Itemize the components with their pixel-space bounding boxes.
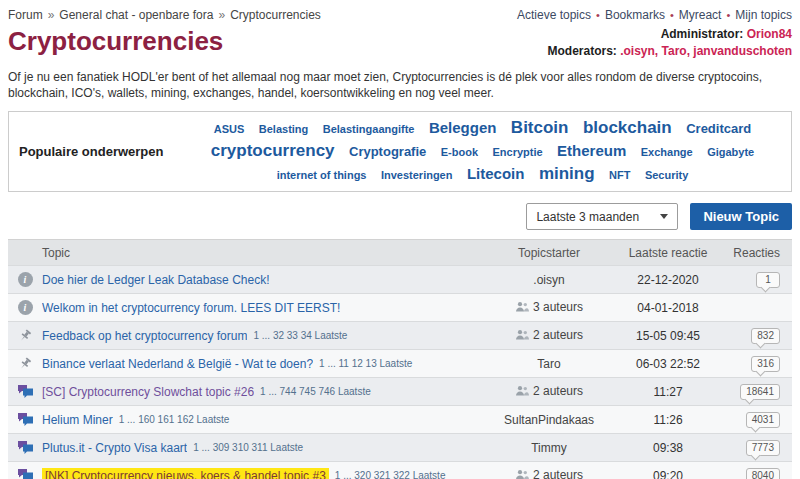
topic-link[interactable]: Feedback op het cryptocurrency forum bbox=[42, 329, 247, 343]
moderators-links[interactable]: .oisyn, Taro, janvanduschoten bbox=[620, 44, 792, 58]
top-bar: Forum»General chat - openbare fora»Crypt… bbox=[8, 8, 792, 22]
nav-separator: • bbox=[726, 9, 730, 21]
table-row: [NK] Cryptocurrency nieuws, koers & hand… bbox=[8, 461, 792, 479]
moderators-label: Moderators: bbox=[548, 44, 617, 58]
last-reply-time: 04-01-2018 bbox=[637, 301, 698, 315]
topic-link[interactable]: Doe hier de Ledger Leak Database Check! bbox=[42, 273, 269, 287]
topicstarter[interactable]: Timmy bbox=[531, 441, 567, 455]
last-reply-time: 22-12-2020 bbox=[637, 273, 698, 287]
topic-link[interactable]: Plutus.it - Crypto Visa kaart bbox=[42, 441, 187, 455]
nav-myreact[interactable]: Myreact bbox=[679, 8, 722, 22]
tag-cloud: ASUS Belasting Belastingaangifte Belegge… bbox=[184, 117, 781, 186]
tag-mining[interactable]: mining bbox=[539, 164, 595, 183]
topic-link-highlighted[interactable]: [NK] Cryptocurrency nieuws, koers & hand… bbox=[42, 468, 329, 479]
page-links[interactable]: 1 ... 160 161 162 Laatste bbox=[119, 414, 230, 425]
tag-creditcard[interactable]: Creditcard bbox=[686, 121, 751, 136]
chat-icon bbox=[17, 441, 33, 455]
topicstarter[interactable]: SultanPindakaas bbox=[504, 413, 594, 427]
breadcrumb-general-chat[interactable]: General chat - openbare fora bbox=[59, 8, 213, 22]
admin-block: Administrator: Orion84 Moderators: .oisy… bbox=[548, 26, 793, 60]
topicstarter[interactable]: 2 auteurs bbox=[515, 384, 583, 398]
last-reply-time: 06-03 22:52 bbox=[636, 357, 700, 371]
last-reply-time: 09:38 bbox=[653, 441, 683, 455]
tag-nft[interactable]: NFT bbox=[609, 169, 630, 181]
tag-investeringen[interactable]: Investeringen bbox=[381, 169, 453, 181]
tag-asus[interactable]: ASUS bbox=[214, 123, 245, 135]
tag-bitcoin[interactable]: Bitcoin bbox=[511, 118, 569, 137]
last-reply-time: 09:20 bbox=[653, 469, 683, 479]
authors-icon bbox=[515, 469, 529, 479]
header-topic: Topic bbox=[42, 246, 484, 260]
last-reply-time: 11:26 bbox=[653, 413, 682, 427]
breadcrumb-forum[interactable]: Forum bbox=[8, 8, 43, 22]
new-topic-button[interactable]: Nieuw Topic bbox=[690, 203, 792, 230]
table-row: Feedback op het cryptocurrency forum 1 .… bbox=[8, 321, 792, 349]
table-header: Topic Topicstarter Laatste reactie React… bbox=[8, 240, 792, 265]
info-icon bbox=[18, 300, 33, 315]
tag-exchange[interactable]: Exchange bbox=[641, 146, 693, 158]
forum-description: Of je nu een fanatiek HODL'er bent of he… bbox=[8, 69, 792, 101]
page-links[interactable]: 1 ... 11 12 13 Laatste bbox=[319, 358, 412, 369]
nav-actieve-topics[interactable]: Actieve topics bbox=[517, 8, 591, 22]
authors-icon bbox=[515, 385, 529, 397]
period-select-value: Laatste 3 maanden bbox=[536, 210, 639, 224]
page-links[interactable]: 1 ... 309 310 311 Laatste bbox=[193, 442, 303, 453]
last-reply-time: 15-05 09:45 bbox=[636, 329, 700, 343]
table-row: Welkom in het cryptocurrency forum. LEES… bbox=[8, 293, 792, 321]
page-title: Cryptocurrencies bbox=[8, 26, 223, 56]
page-links[interactable]: 1 ... 744 745 746 Laatste bbox=[260, 386, 371, 397]
page-links[interactable]: 1 ... 320 321 322 Laatste bbox=[335, 470, 446, 479]
authors-icon bbox=[515, 329, 529, 341]
last-reply-time: 11:27 bbox=[653, 385, 682, 399]
pin-icon bbox=[18, 329, 32, 343]
nav-mijn-topics[interactable]: Mijn topics bbox=[735, 8, 792, 22]
topicstarter[interactable]: 3 auteurs bbox=[515, 300, 583, 314]
tag-ebook[interactable]: E-book bbox=[441, 146, 478, 158]
topicstarter[interactable]: .oisyn bbox=[533, 273, 564, 287]
chat-icon bbox=[17, 469, 33, 479]
tag-cryptocurrency[interactable]: cryptocurrency bbox=[211, 141, 335, 160]
topic-link[interactable]: Helium Miner bbox=[42, 413, 113, 427]
tag-internet-of-things[interactable]: internet of things bbox=[277, 169, 367, 181]
topic-table: Topic Topicstarter Laatste reactie React… bbox=[8, 239, 792, 479]
topic-link[interactable]: [SC] Cryptocurrency Slowchat topic #26 bbox=[42, 385, 254, 399]
administrator-line: Administrator: Orion84 bbox=[548, 26, 793, 43]
filter-bar: Laatste 3 maanden Nieuw Topic bbox=[8, 203, 792, 230]
reply-count-badge: 1 bbox=[756, 272, 780, 288]
tag-encryptie[interactable]: Encryptie bbox=[492, 146, 542, 158]
tag-gigabyte[interactable]: Gigabyte bbox=[707, 146, 754, 158]
period-select[interactable]: Laatste 3 maanden bbox=[526, 203, 678, 230]
topicstarter[interactable]: 2 auteurs bbox=[515, 328, 583, 342]
topic-link[interactable]: Welkom in het cryptocurrency forum. LEES… bbox=[42, 301, 340, 315]
tag-belasting[interactable]: Belasting bbox=[259, 123, 309, 135]
chat-icon bbox=[17, 385, 33, 399]
top-nav: Actieve topics•Bookmarks•Myreact•Mijn to… bbox=[517, 8, 792, 22]
topicstarter[interactable]: Taro bbox=[537, 357, 560, 371]
tag-belastingaangifte[interactable]: Belastingaangifte bbox=[323, 123, 415, 135]
header-row: Cryptocurrencies Administrator: Orion84 … bbox=[8, 26, 792, 60]
moderators-line: Moderators: .oisyn, Taro, janvanduschote… bbox=[548, 43, 793, 60]
breadcrumb: Forum»General chat - openbare fora»Crypt… bbox=[8, 8, 321, 22]
tag-beleggen[interactable]: Beleggen bbox=[429, 119, 497, 136]
topicstarter[interactable]: 2 auteurs bbox=[515, 468, 583, 479]
chevron-down-icon bbox=[660, 214, 668, 219]
table-row: Plutus.it - Crypto Visa kaart 1 ... 309 … bbox=[8, 433, 792, 461]
breadcrumb-cryptocurrencies[interactable]: Cryptocurrencies bbox=[230, 8, 321, 22]
tag-ethereum[interactable]: Ethereum bbox=[557, 142, 626, 159]
breadcrumb-separator: » bbox=[48, 8, 55, 22]
tag-security[interactable]: Security bbox=[645, 169, 688, 181]
page-links[interactable]: 1 ... 32 33 34 Laatste bbox=[253, 330, 347, 341]
tag-litecoin[interactable]: Litecoin bbox=[467, 165, 525, 182]
tag-cryptografie[interactable]: Cryptografie bbox=[349, 144, 426, 159]
header-laatste-reactie: Laatste reactie bbox=[614, 246, 722, 260]
nav-bookmarks[interactable]: Bookmarks bbox=[605, 8, 665, 22]
topic-link[interactable]: Binance verlaat Nederland & België - Wat… bbox=[42, 357, 313, 371]
tag-blockchain[interactable]: blockchain bbox=[583, 118, 672, 137]
nav-separator: • bbox=[596, 9, 600, 21]
reply-count-badge: 8040 bbox=[746, 468, 780, 479]
breadcrumb-separator: » bbox=[218, 8, 225, 22]
reply-count-badge: 316 bbox=[751, 356, 780, 372]
popular-topics-label: Populaire onderwerpen bbox=[19, 144, 184, 159]
administrator-link[interactable]: Orion84 bbox=[747, 27, 792, 41]
popular-topics-box: Populaire onderwerpen ASUS Belasting Bel… bbox=[8, 111, 792, 192]
